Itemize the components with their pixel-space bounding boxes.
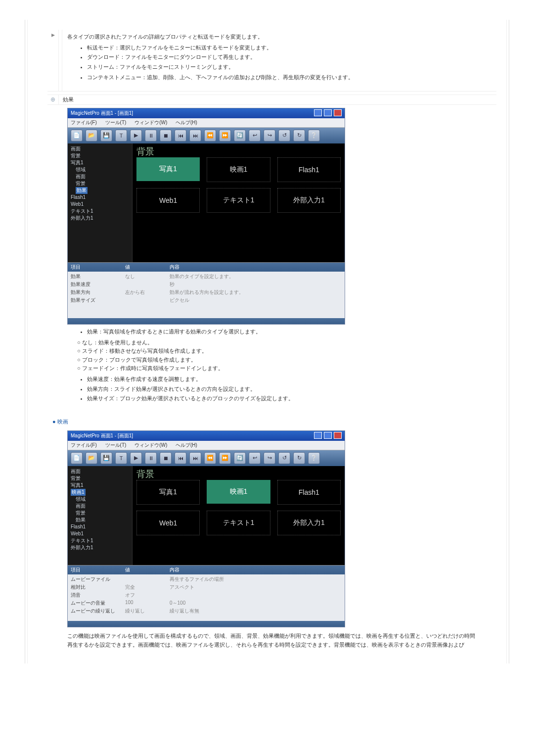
prop-val (125, 281, 170, 288)
tool-icon[interactable]: 📄 (71, 452, 83, 464)
slot-text[interactable]: テキスト1 (207, 188, 270, 213)
close-icon[interactable] (334, 432, 342, 439)
tool-icon[interactable]: 📂 (86, 452, 97, 464)
minimize-icon[interactable] (314, 109, 322, 116)
tree-item[interactable]: 外部入力1 (71, 544, 129, 551)
slot-photo[interactable]: 写真1 (136, 480, 200, 505)
tool-icon[interactable]: ▶ (130, 452, 142, 464)
tool-icon[interactable]: 📄 (71, 130, 83, 142)
tool-icon[interactable]: ↺ (278, 130, 290, 142)
menu-tool[interactable]: ツール(T) (105, 442, 127, 448)
tool-icon[interactable]: 🔄 (234, 452, 246, 464)
tool-icon[interactable]: T (115, 452, 127, 464)
tool-icon[interactable]: ⏭ (189, 130, 201, 142)
slot-movie[interactable]: 映画1 (207, 157, 270, 182)
menu-help[interactable]: ヘルプ(H) (176, 442, 197, 448)
property-row[interactable]: 効果方向 左から右 効果が流れる方向を設定します。 (71, 288, 342, 296)
tool-icon[interactable]: ⏪ (204, 130, 216, 142)
menu-help[interactable]: ヘルプ(H) (176, 120, 197, 125)
prop-name: 効果方向 (71, 289, 125, 296)
tool-icon[interactable]: ⏮ (175, 130, 186, 142)
tool-icon[interactable]: ▶ (130, 130, 142, 142)
slot-web[interactable]: Web1 (136, 188, 200, 213)
property-row[interactable]: 効果速度 秒 (71, 281, 342, 288)
tool-icon[interactable]: ⏹ (160, 130, 172, 142)
tool-icon[interactable]: ↻ (293, 130, 305, 142)
menu-window[interactable]: ウィンドウ(W) (134, 120, 167, 125)
property-row[interactable]: ムービーファイル 再生するファイルの場所 (71, 575, 342, 583)
tool-icon[interactable]: ⏭ (189, 452, 201, 464)
minimize-icon[interactable] (314, 432, 322, 439)
menu-file[interactable]: ファイル(F) (71, 442, 97, 448)
window-titlebar: MagicNetPro 画面1 - [画面1] (68, 108, 345, 118)
tree-item[interactable]: 領域 (71, 166, 129, 173)
prop-val: なし (125, 273, 170, 280)
slot-ext[interactable]: 外部入力1 (277, 511, 341, 535)
tool-icon[interactable]: ⏮ (175, 452, 186, 464)
slot-ext[interactable]: 外部入力1 (277, 188, 341, 213)
property-row[interactable]: 相対比 完全 アスペクト (71, 583, 342, 591)
tool-icon[interactable]: ↩ (249, 130, 261, 142)
property-row[interactable]: ムービーの音量 100 0～100 (71, 599, 342, 607)
slot-text[interactable]: テキスト1 (207, 511, 270, 535)
tree-item[interactable]: 写真1 (71, 159, 129, 166)
tree-item[interactable]: 画面 (71, 173, 129, 180)
tree-item[interactable]: 背景 (71, 510, 129, 517)
close-icon[interactable] (334, 109, 342, 116)
slot-flash[interactable]: Flash1 (277, 480, 341, 505)
slot-web[interactable]: Web1 (136, 511, 200, 535)
menu-tool[interactable]: ツール(T) (105, 120, 127, 125)
slot-movie-selected[interactable]: 映画1 (207, 480, 270, 504)
prop-val (125, 576, 170, 583)
tree-item[interactable]: Flash1 (71, 523, 129, 530)
tree-item[interactable]: 背景 (71, 180, 129, 187)
tool-icon[interactable]: ⏪ (204, 452, 216, 464)
prop-name: 効果速度 (71, 281, 125, 288)
tool-icon[interactable]: ↻ (293, 452, 305, 464)
tree-item[interactable]: 背景 (71, 475, 129, 482)
tree-item[interactable]: Web1 (71, 201, 129, 208)
tool-icon[interactable]: ↪ (264, 452, 275, 464)
slot-flash[interactable]: Flash1 (277, 157, 341, 182)
tree-item[interactable]: 背景 (71, 152, 129, 159)
property-row[interactable]: 効果 なし 効果のタイプを設定します。 (71, 273, 342, 281)
tool-icon[interactable]: T (115, 130, 127, 142)
tool-icon[interactable]: ⏩ (219, 452, 231, 464)
property-row[interactable]: 消音 オフ (71, 591, 342, 599)
maximize-icon[interactable] (324, 109, 332, 116)
menu-file[interactable]: ファイル(F) (71, 120, 97, 125)
tool-icon[interactable]: ↩ (249, 452, 261, 464)
tool-icon[interactable]: 💾 (100, 130, 112, 142)
expand-icon[interactable]: ⊕ (47, 95, 59, 104)
maximize-icon[interactable] (324, 432, 332, 439)
transfer-mode-cell: ▸ 各タイプの選択されたファイルの詳細なプロパティと転送モードを変更します。 転… (47, 30, 496, 92)
col-desc: 内容 (170, 264, 342, 271)
tool-icon[interactable]: ❔ (308, 130, 320, 142)
tree-item[interactable]: 効果 (71, 517, 129, 523)
tool-icon[interactable]: ❔ (308, 452, 320, 464)
tree-item[interactable]: Web1 (71, 530, 129, 537)
tool-icon[interactable]: ↺ (278, 452, 290, 464)
tool-icon[interactable]: ⏹ (160, 452, 172, 464)
tree-item[interactable]: 領域 (71, 496, 129, 503)
tree-item[interactable]: 画面 (71, 503, 129, 510)
tool-icon[interactable]: ⏸ (145, 130, 157, 142)
tree-item-selected[interactable]: 映画1 (71, 489, 129, 496)
tree-item[interactable]: テキスト1 (71, 537, 129, 544)
property-row[interactable]: 効果サイズ ピクセル (71, 296, 342, 304)
tool-icon[interactable]: ⏸ (145, 452, 157, 464)
slot-photo[interactable]: 写真1 (136, 157, 200, 181)
tool-icon[interactable]: ⏩ (219, 130, 231, 142)
tree-item[interactable]: 外部入力1 (71, 215, 129, 222)
tool-icon[interactable]: 📂 (86, 130, 97, 142)
tree-item[interactable]: テキスト1 (71, 208, 129, 215)
prop-desc: アスペクト (170, 584, 342, 591)
tool-icon[interactable]: ↪ (264, 130, 275, 142)
tool-icon[interactable]: 🔄 (234, 130, 246, 142)
tree-item[interactable]: Flash1 (71, 194, 129, 201)
property-row[interactable]: ムービーの繰り返し 繰り返し 繰り返し有無 (71, 607, 342, 615)
tree-item[interactable]: 写真1 (71, 482, 129, 489)
tool-icon[interactable]: 💾 (100, 452, 112, 464)
menu-window[interactable]: ウィンドウ(W) (134, 442, 167, 448)
tree-item-selected[interactable]: 効果 (71, 187, 129, 194)
